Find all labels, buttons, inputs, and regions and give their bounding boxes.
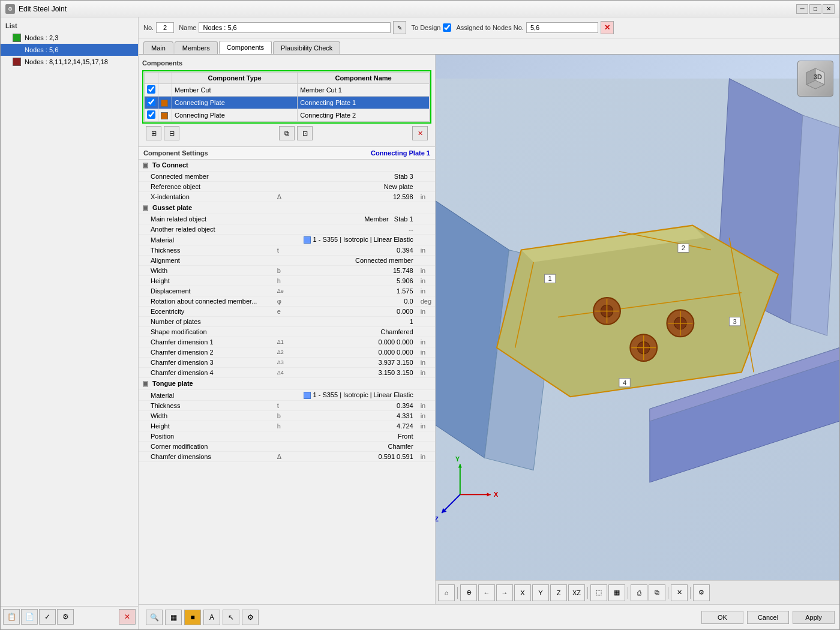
vp-wireframe-button[interactable]: ⬚: [590, 584, 607, 601]
setting-symbol: [274, 431, 287, 442]
row-2-type: Connecting Plate: [172, 97, 298, 109]
settings-table: ▣ To Connect Connected member Stab 3: [139, 160, 435, 462]
row-2-checkbox[interactable]: [147, 98, 155, 106]
setting-symbol: [274, 442, 287, 452]
row-3-checkbox[interactable]: [147, 110, 155, 119]
list-add-button[interactable]: 📋: [3, 609, 20, 625]
setting-unit: in: [417, 347, 435, 358]
vp-settings-button[interactable]: ⚙: [693, 584, 710, 601]
bottom-search-button[interactable]: 🔍: [146, 610, 163, 625]
delete-row-button[interactable]: ✕: [412, 126, 428, 140]
list-item-1[interactable]: Nodes : 2,3: [1, 32, 138, 44]
title-controls: ─ □ ✕: [796, 4, 835, 14]
list-delete-button[interactable]: ✕: [119, 609, 136, 625]
minimize-button[interactable]: ─: [796, 4, 808, 14]
setting-unit: in: [417, 337, 435, 347]
tab-main[interactable]: Main: [143, 41, 173, 54]
table-row[interactable]: Member Cut Member Cut 1: [145, 84, 430, 97]
add-row-button[interactable]: ⊞: [146, 126, 161, 140]
vp-copy-image-button[interactable]: ⧉: [649, 584, 665, 601]
setting-row: X-indentation Δ 12.598 in: [139, 192, 435, 202]
vp-view-y-button[interactable]: Y: [532, 584, 549, 601]
3d-viewport[interactable]: 1 2 3 4: [436, 55, 839, 604]
setting-value: 0.591 0.591: [287, 452, 417, 462]
col-type: Component Type: [172, 73, 298, 84]
bottom-gear-button[interactable]: ⚙: [242, 610, 259, 625]
setting-value: 15.748: [287, 266, 417, 276]
setting-value: 1 - S355 | Isotropic | Linear Elastic: [287, 235, 417, 245]
setting-row: Alignment Connected member: [139, 256, 435, 266]
vp-zoom-button[interactable]: ⊕: [460, 584, 477, 601]
setting-symbol: Δ3: [274, 358, 287, 368]
collapse-to-connect[interactable]: ▣: [142, 161, 148, 169]
name-edit-button[interactable]: ✎: [393, 21, 406, 34]
to-design-checkbox[interactable]: [443, 23, 451, 32]
vp-close-button[interactable]: ✕: [671, 584, 688, 601]
to-design-field-group: To Design: [411, 23, 451, 32]
setting-symbol: b: [274, 411, 287, 421]
setting-unit: [417, 442, 435, 452]
bottom-color-button[interactable]: ■: [184, 610, 201, 625]
nav-cube[interactable]: 3D: [797, 61, 833, 97]
vp-home-button[interactable]: ⌂: [438, 584, 455, 601]
list-item-2[interactable]: Nodes : 5,6: [1, 44, 138, 56]
svg-text:4: 4: [623, 379, 626, 386]
setting-unit: [417, 214, 435, 224]
vp-solid-button[interactable]: ▦: [608, 584, 625, 601]
list-copy-button[interactable]: 📄: [21, 609, 38, 625]
cancel-button[interactable]: Cancel: [747, 611, 789, 624]
tab-components[interactable]: Components: [219, 41, 272, 54]
setting-label: Material: [139, 390, 274, 401]
to-design-label: To Design: [411, 24, 440, 31]
list-bottom-toolbar: 📋 📄 ✓ ⚙ ✕: [1, 606, 138, 627]
setting-symbol: [274, 256, 287, 266]
table-row[interactable]: Connecting Plate Connecting Plate 2: [145, 109, 430, 122]
vp-pan-y-button[interactable]: →: [496, 584, 513, 601]
setting-label: Chamfer dimension 4: [139, 368, 274, 378]
table-row[interactable]: Connecting Plate Connecting Plate 1: [145, 97, 430, 109]
list-check-button[interactable]: ✓: [39, 609, 56, 625]
setting-unit: in: [417, 411, 435, 421]
setting-label: Corner modification: [139, 442, 274, 452]
setting-row: Thickness t 0.394 in: [139, 245, 435, 256]
remove-row-button[interactable]: ⊟: [164, 126, 179, 140]
nav-cube-icon: 3D: [800, 64, 830, 94]
collapse-tongue[interactable]: ▣: [142, 380, 148, 387]
collapse-gusset[interactable]: ▣: [142, 204, 148, 211]
assigned-remove-button[interactable]: ✕: [601, 21, 614, 34]
maximize-button[interactable]: □: [809, 4, 821, 14]
viewport-toolbar: ⌂ ⊕ ← → X Y Z XZ ⬚ ▦ ⎙ ⧉: [436, 580, 839, 604]
components-section: Components Component Type Component Name: [139, 55, 435, 147]
list-item-3[interactable]: Nodes : 8,11,12,14,15,17,18: [1, 56, 138, 68]
main-window: ⚙ Edit Steel Joint ─ □ ✕ List Nodes : 2,…: [0, 0, 840, 630]
col-check: [145, 73, 158, 84]
setting-unit: in: [417, 401, 435, 411]
name-value[interactable]: Nodes : 5,6: [199, 22, 391, 33]
setting-row: Displacement Δe 1.575 in: [139, 286, 435, 296]
copy-row-button[interactable]: ⧉: [279, 126, 295, 140]
vp-print-button[interactable]: ⎙: [631, 584, 647, 601]
vp-view-z-button[interactable]: Z: [550, 584, 567, 601]
vp-view-xz-button[interactable]: XZ: [568, 584, 585, 601]
setting-unit: in: [417, 452, 435, 462]
vp-sep-5: [690, 587, 691, 599]
bottom-text-button[interactable]: A: [203, 610, 220, 625]
ok-button[interactable]: OK: [701, 611, 743, 624]
close-button[interactable]: ✕: [823, 4, 835, 14]
setting-value: Front: [287, 431, 417, 442]
tab-plausibility[interactable]: Plausibility Check: [273, 41, 340, 54]
paste-row-button[interactable]: ⊡: [297, 126, 313, 140]
tab-members[interactable]: Members: [175, 41, 218, 54]
setting-symbol: Δ4: [274, 368, 287, 378]
setting-row: Chamfer dimension 2 Δ2 0.000 0.000 in: [139, 347, 435, 358]
vp-view-x-button[interactable]: X: [514, 584, 531, 601]
setting-unit: [417, 224, 435, 235]
svg-text:3D: 3D: [814, 73, 822, 80]
apply-button[interactable]: Apply: [793, 611, 835, 624]
bottom-cursor-button[interactable]: ↖: [223, 610, 239, 625]
setting-unit: [417, 431, 435, 442]
bottom-grid-button[interactable]: ▦: [165, 610, 182, 625]
vp-pan-x-button[interactable]: ←: [478, 584, 495, 601]
row-1-checkbox[interactable]: [147, 85, 155, 94]
list-settings-button[interactable]: ⚙: [57, 609, 74, 625]
